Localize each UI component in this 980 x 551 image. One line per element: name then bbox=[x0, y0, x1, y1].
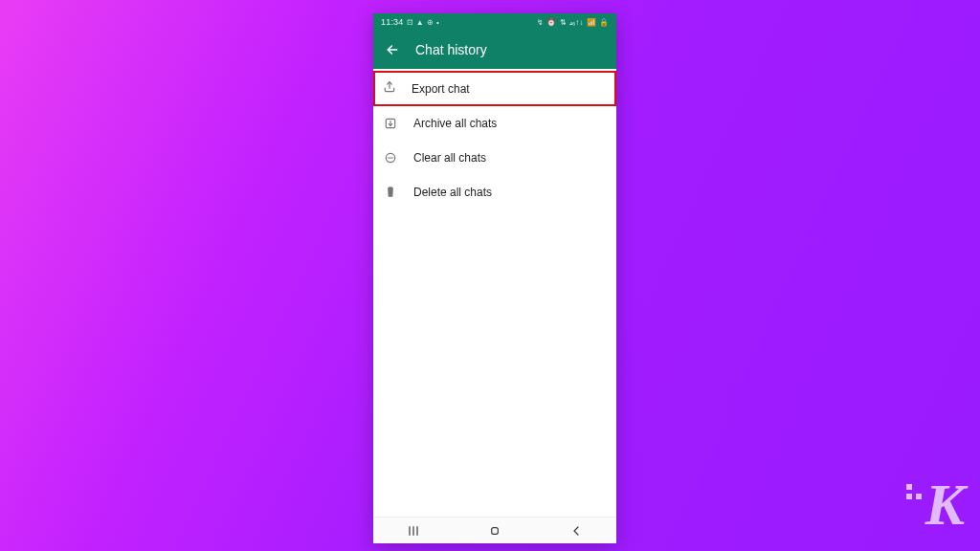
statusbar-left: 11:34 ⊡ ▲ ⊕ • bbox=[381, 17, 439, 27]
clear-icon bbox=[383, 150, 398, 165]
gradient-background: 11:34 ⊡ ▲ ⊕ • ↯ ⏰ ⇅ ₄₆↑↓ 📶 🔒 Chat histor… bbox=[0, 0, 980, 551]
alarm-icon: ⏰ bbox=[546, 18, 556, 27]
back-button[interactable] bbox=[562, 522, 590, 540]
notif-icon: ⊕ bbox=[427, 18, 434, 27]
android-nav-bar bbox=[373, 517, 616, 543]
signal-icon: 📶 bbox=[587, 18, 596, 27]
export-icon bbox=[383, 80, 396, 97]
menu-item-archive-all[interactable]: Archive all chats bbox=[373, 106, 616, 141]
menu-item-label: Delete all chats bbox=[413, 186, 603, 199]
home-button[interactable] bbox=[480, 522, 509, 540]
status-time: 11:34 bbox=[381, 17, 404, 27]
status-bar: 11:34 ⊡ ▲ ⊕ • ↯ ⏰ ⇅ ₄₆↑↓ 📶 🔒 bbox=[373, 13, 616, 31]
network-icon: ₄₆↑↓ bbox=[569, 18, 584, 27]
watermark-logo: K bbox=[925, 474, 963, 534]
menu-item-label: Clear all chats bbox=[413, 151, 603, 165]
phone-frame: 11:34 ⊡ ▲ ⊕ • ↯ ⏰ ⇅ ₄₆↑↓ 📶 🔒 Chat histor… bbox=[373, 13, 616, 543]
menu-item-label: Export chat bbox=[412, 82, 470, 96]
menu-item-export-chat[interactable]: Export chat bbox=[373, 71, 616, 106]
notif-icon: ▲ bbox=[416, 18, 424, 27]
battery-icon: 🔒 bbox=[599, 18, 609, 27]
notif-icon: ⊡ bbox=[407, 18, 413, 27]
menu-item-label: Archive all chats bbox=[413, 117, 603, 130]
delete-icon bbox=[383, 185, 398, 200]
archive-icon bbox=[383, 116, 398, 131]
data-icon: ⇅ bbox=[560, 18, 567, 27]
recents-button[interactable] bbox=[399, 522, 428, 540]
notif-icon: • bbox=[436, 18, 439, 27]
page-title: Chat history bbox=[415, 42, 487, 57]
watermark-text: K bbox=[925, 472, 963, 537]
back-icon[interactable] bbox=[385, 42, 400, 57]
statusbar-right: ↯ ⏰ ⇅ ₄₆↑↓ 📶 🔒 bbox=[537, 18, 609, 27]
status-icon: ↯ bbox=[537, 18, 544, 27]
menu-list: Export chat Archive all chats Clear all … bbox=[373, 69, 616, 517]
app-bar: Chat history bbox=[373, 31, 616, 69]
menu-item-delete-all[interactable]: Delete all chats bbox=[373, 175, 616, 209]
menu-item-clear-all[interactable]: Clear all chats bbox=[373, 141, 616, 175]
watermark-dots-icon bbox=[906, 484, 922, 499]
svg-rect-2 bbox=[492, 527, 499, 534]
